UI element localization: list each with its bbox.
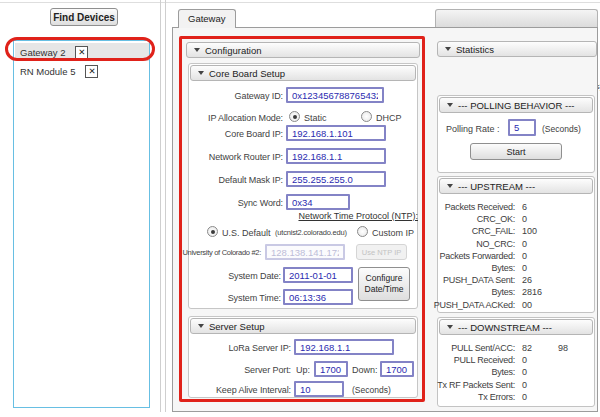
start-button[interactable]: Start xyxy=(470,143,562,160)
keep-alive-unit-label: (Seconds) xyxy=(352,385,391,395)
polling-behavior-title: --- POLLING BEHAVIOR --- xyxy=(458,100,574,111)
configuration-expander-header[interactable]: Configuration xyxy=(186,42,420,58)
polling-behavior-expander-header[interactable]: --- POLLING BEHAVIOR --- xyxy=(439,97,593,113)
expander-arrow-icon xyxy=(198,71,204,75)
device-label: RN Module 5 xyxy=(20,66,75,77)
stat-row: Bytes:0 xyxy=(441,366,592,378)
keep-alive-interval-label: Keep Alive Interval: xyxy=(189,385,291,395)
close-icon[interactable]: ✕ xyxy=(75,46,88,59)
keep-alive-interval-input[interactable] xyxy=(294,381,344,397)
device-list-item-rn-module-5[interactable]: RN Module 5 ✕ xyxy=(15,62,149,80)
network-router-ip-input[interactable] xyxy=(286,148,386,164)
downstream-box: --- DOWNSTREAM --- PULL Sent/ACC:8298 PU… xyxy=(437,317,595,407)
system-date-input[interactable] xyxy=(283,267,353,283)
lora-server-ip-label: LoRa Server IP: xyxy=(189,343,291,353)
stat-row: PUSH_DATA ACKed:00 xyxy=(441,299,592,311)
core-board-setup-group: Core Board Setup Gateway ID: IP Allocati… xyxy=(188,63,418,309)
device-label: Gateway 2 xyxy=(20,47,65,58)
stat-row: Bytes:0 xyxy=(441,262,592,274)
configure-button-line1: Configure xyxy=(366,273,403,283)
upstream-box: --- UPSTREAM --- Packets Received:6 CRC_… xyxy=(437,176,595,313)
expander-arrow-icon xyxy=(198,324,204,328)
network-router-ip-label: Network Router IP: xyxy=(189,152,283,162)
polling-rate-input[interactable] xyxy=(508,119,536,136)
server-port-up-input[interactable] xyxy=(314,361,348,377)
stat-row: Tx RF Packets Sent:0 xyxy=(441,379,592,391)
gateway-id-input[interactable] xyxy=(286,87,384,103)
device-list[interactable]: Gateway 2 ✕ RN Module 5 ✕ xyxy=(13,40,150,408)
panel-splitter[interactable] xyxy=(156,0,170,412)
system-time-label: System Time: xyxy=(189,293,281,303)
expander-arrow-icon xyxy=(447,184,453,188)
university-of-colorado-label: University of Colorado #2: xyxy=(189,248,261,257)
default-mask-ip-label: Default Mask IP: xyxy=(189,175,283,185)
server-port-down-label: Down: xyxy=(352,365,378,375)
stat-row: NO_CRC:0 xyxy=(441,238,592,250)
core-board-setup-title: Core Board Setup xyxy=(209,68,285,79)
server-setup-title: Server Setup xyxy=(209,321,264,332)
ntp-heading: Network Time Protocol (NTP): xyxy=(278,211,418,221)
upstream-expander-header[interactable]: --- UPSTREAM --- xyxy=(439,178,593,194)
core-board-setup-expander-header[interactable]: Core Board Setup xyxy=(190,65,416,81)
server-setup-group: Server Setup LoRa Server IP: Server Port… xyxy=(188,316,418,398)
us-default-host-label: (utcnist2.colorado.edu) xyxy=(275,228,347,237)
downstream-stats: PULL Sent/ACC:8298 PULL Received:0 Bytes… xyxy=(441,342,592,403)
polling-behavior-box: --- POLLING BEHAVIOR --- Polling Rate : … xyxy=(437,95,595,173)
expander-arrow-icon xyxy=(447,103,453,107)
static-radio-label: Static xyxy=(304,113,327,123)
polling-rate-label: Polling Rate : xyxy=(446,124,500,134)
custom-ip-radio-label: Custom IP xyxy=(372,228,414,238)
lora-server-ip-input[interactable] xyxy=(294,339,394,355)
stat-row: Tx Errors:0 xyxy=(441,391,592,403)
sync-word-label: Sync Word: xyxy=(189,198,283,208)
device-list-item-gateway-2[interactable]: Gateway 2 ✕ xyxy=(15,43,149,61)
us-default-radio[interactable] xyxy=(207,226,218,237)
upstream-stats: Packets Received:6 CRC_OK:0 CRC_FAIL:100… xyxy=(441,201,592,311)
statistics-title: Statistics xyxy=(456,44,494,55)
downstream-expander-header[interactable]: --- DOWNSTREAM --- xyxy=(439,319,593,335)
server-port-down-input[interactable] xyxy=(380,361,414,377)
use-ntp-ip-button: Use NTP IP xyxy=(356,244,407,260)
stat-row: CRC_OK:0 xyxy=(441,213,592,225)
core-board-ip-label: Core Board IP: xyxy=(189,129,283,139)
expander-arrow-icon xyxy=(445,47,451,51)
core-board-ip-input[interactable] xyxy=(286,125,386,141)
server-setup-expander-header[interactable]: Server Setup xyxy=(190,318,416,334)
pull-acc-value: 98 xyxy=(558,342,568,354)
static-radio[interactable] xyxy=(289,111,300,122)
window-top-border xyxy=(0,2,600,3)
stats-panel-top-bar xyxy=(435,9,598,28)
downstream-title: --- DOWNSTREAM --- xyxy=(458,322,552,333)
system-time-input[interactable] xyxy=(283,289,353,305)
stat-row: Packets Received:6 xyxy=(441,201,592,213)
app-window: Find Devices Gateway 2 ✕ RN Module 5 ✕ G… xyxy=(0,0,600,417)
expander-arrow-icon xyxy=(194,48,200,52)
statistics-expander-header[interactable]: Statistics xyxy=(437,41,597,57)
configuration-title: Configuration xyxy=(205,45,262,56)
stat-row: Packets Forwarded:0 xyxy=(441,250,592,262)
stat-row: CRC_FAIL:100 xyxy=(441,225,592,237)
stat-row: PULL Sent/ACC:8298 xyxy=(441,342,592,354)
colorado-ntp-ip-input xyxy=(265,244,345,260)
system-date-label: System Date: xyxy=(189,271,281,281)
dhcp-radio-label: DHCP xyxy=(376,113,402,123)
server-port-label: Server Port: xyxy=(189,365,291,375)
default-mask-ip-input[interactable] xyxy=(286,171,386,187)
dhcp-radio[interactable] xyxy=(361,111,372,122)
ip-allocation-mode-label: IP Allocation Mode: xyxy=(189,113,283,123)
sync-word-input[interactable] xyxy=(286,194,350,210)
stat-row: PULL Received:0 xyxy=(441,354,592,366)
polling-rate-unit: (Seconds) xyxy=(542,124,581,134)
us-default-radio-label: U.S. Default xyxy=(222,228,271,238)
configure-date-time-button[interactable]: Configure Date/Time xyxy=(358,267,410,301)
stat-row: Bytes:2816 xyxy=(441,286,592,298)
configure-button-line2: Date/Time xyxy=(365,284,404,294)
stat-row: PUSH_DATA Sent:26 xyxy=(441,274,592,286)
gateway-id-label: Gateway ID: xyxy=(189,91,283,101)
custom-ip-radio[interactable] xyxy=(357,226,368,237)
find-devices-button[interactable]: Find Devices xyxy=(50,8,118,26)
expander-arrow-icon xyxy=(447,325,453,329)
upstream-title: --- UPSTREAM --- xyxy=(458,181,535,192)
tab-gateway[interactable]: Gateway xyxy=(178,9,236,28)
close-icon[interactable]: ✕ xyxy=(85,65,98,78)
